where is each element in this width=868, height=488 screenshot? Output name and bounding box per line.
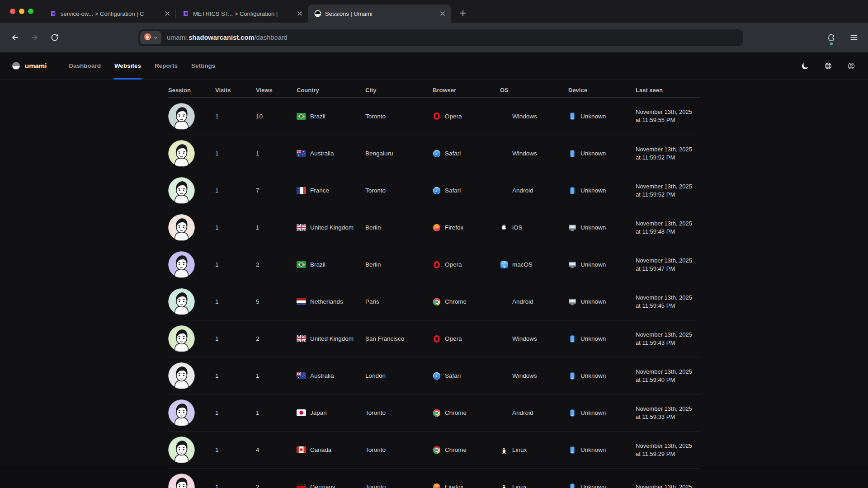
app-header: umami Dashboard Websites Reports Setting… [0,52,868,80]
device-cell: Unknown [568,261,636,269]
profile-icon[interactable] [846,61,856,71]
os-icon [500,483,508,488]
device-icon [568,150,576,158]
session-row[interactable]: 1 4 Canada Toronto Chrome Linux Unknown … [168,431,700,468]
nav-item-settings[interactable]: Settings [184,52,222,80]
browser-cell: Safari [433,187,500,195]
minimize-window-button[interactable] [19,9,24,14]
session-row[interactable]: 1 1 United Kingdom Berlin Firefox iOS Un… [168,209,700,246]
coolify-icon [50,10,57,17]
last-seen-cell: November 13th, 2025at 11:59:55 PM [636,108,699,124]
device-cell: Unknown [568,150,636,158]
session-row[interactable]: 1 1 Australia Bengaluru Safari Windows U… [168,135,700,172]
session-row[interactable]: 1 5 Netherlands Paris Chrome Android Unk… [168,283,700,320]
session-avatar [168,325,195,352]
browser-tab-bar: service-ow... > Configuration | C METRIC… [0,0,868,23]
column-header: Last seen [636,87,699,94]
duckduckgo-icon [144,33,151,42]
device-icon [568,224,576,232]
last-seen-cell: November 13th, 2025at 11:59:45 PM [636,294,699,310]
zoom-window-button[interactable] [28,9,33,14]
city-cell: San Francisco [365,335,433,342]
tab-coolify-1[interactable]: service-ow... > Configuration | C [43,5,175,23]
nav-item-websites[interactable]: Websites [108,52,148,80]
os-cell: Windows [500,112,568,120]
session-cell [168,140,215,167]
session-row[interactable]: 1 10 Brazil Toronto Opera Windows Unknow… [168,98,700,135]
visits-cell: 1 [215,409,256,416]
city-cell: Toronto [365,446,433,453]
brand-name: umami [25,62,47,70]
browser-cell: Chrome [433,298,500,306]
tab-coolify-2[interactable]: METRICS ST... > Configuration | [176,5,308,23]
last-seen-cell: November 13th, 2025at 11:59:52 PM [636,145,699,162]
close-tab-icon[interactable] [163,9,172,18]
coolify-icon [182,10,189,17]
views-cell: 1 [256,409,297,416]
session-row[interactable]: 1 7 France Toronto Safari Android Unknow… [168,172,700,209]
session-row[interactable]: 1 2 United Kingdom San Francisco Opera W… [168,320,700,357]
close-window-button[interactable] [10,9,15,14]
browser-cell: Firefox [433,483,500,488]
theme-moon-icon[interactable] [800,61,810,71]
country-flag-icon [297,113,306,120]
last-seen-cell: November 13th, 2025at 11:59:29 PM [636,442,699,458]
os-cell: Android [500,409,568,417]
last-seen-cell: November 13th, 2025 [636,483,699,488]
session-row[interactable]: 1 2 Germany Toronto Firefox Linux Unknow… [168,468,700,488]
device-icon [568,409,576,417]
session-avatar [168,251,195,278]
extensions-button[interactable] [825,31,838,44]
os-cell: Linux [500,483,568,488]
toolbar-right [825,31,861,44]
views-cell: 1 [256,372,297,379]
nav-item-dashboard[interactable]: Dashboard [62,52,108,80]
last-seen-cell: November 13th, 2025at 11:59:43 PM [636,331,699,347]
session-row[interactable]: 1 2 Brazil Berlin Opera macOS Unknown No… [168,246,700,283]
back-button[interactable] [7,30,23,45]
column-header: City [365,87,433,94]
tab-title: service-ow... > Configuration | C [61,10,159,17]
city-cell: Toronto [365,113,433,120]
device-cell: Unknown [568,335,636,343]
forward-button[interactable] [27,30,42,45]
os-cell: Windows [500,372,568,380]
session-row[interactable]: 1 1 Japan Toronto Chrome Android Unknown… [168,394,700,431]
country-cell: Australia [297,372,365,379]
browser-cell: Opera [433,335,500,343]
tab-sessions-umami[interactable]: Sessions | Umami [308,5,451,23]
close-tab-icon[interactable] [438,9,447,18]
table-body: 1 10 Brazil Toronto Opera Windows Unknow… [168,98,700,488]
visits-cell: 1 [215,335,256,342]
url-text: umami.shadowarcanist.com/dashboard [167,34,288,41]
nav-item-reports[interactable]: Reports [148,52,184,80]
city-cell: Berlin [365,224,433,231]
tab-strip: service-ow... > Configuration | C METRIC… [43,5,451,23]
close-tab-icon[interactable] [295,9,304,18]
app-nav: Dashboard Websites Reports Settings [62,52,222,80]
country-cell: Japan [297,409,365,416]
os-cell: Windows [500,150,568,158]
umami-brand[interactable]: umami [12,61,47,70]
new-tab-button[interactable] [456,6,470,20]
os-icon [500,224,508,232]
visits-cell: 1 [215,224,256,231]
address-bar[interactable]: umami.shadowarcanist.com/dashboard [138,29,743,46]
device-icon [568,335,576,343]
last-seen-cell: November 13th, 2025at 11:59:40 PM [636,368,699,384]
device-cell: Unknown [568,298,636,306]
reload-button[interactable] [47,30,62,45]
country-cell: Brazil [297,113,365,120]
browser-icon [433,112,441,120]
country-cell: Brazil [297,261,365,268]
device-cell: Unknown [568,187,636,195]
views-cell: 1 [256,150,297,157]
session-row[interactable]: 1 1 Australia London Safari Windows Unkn… [168,357,700,394]
city-cell: Toronto [365,409,433,416]
device-icon [568,187,576,195]
search-engine-chip[interactable] [140,31,161,44]
browser-menu-button[interactable] [847,31,861,44]
device-cell: Unknown [568,372,636,380]
language-globe-icon[interactable] [823,61,833,71]
device-cell: Unknown [568,483,636,488]
